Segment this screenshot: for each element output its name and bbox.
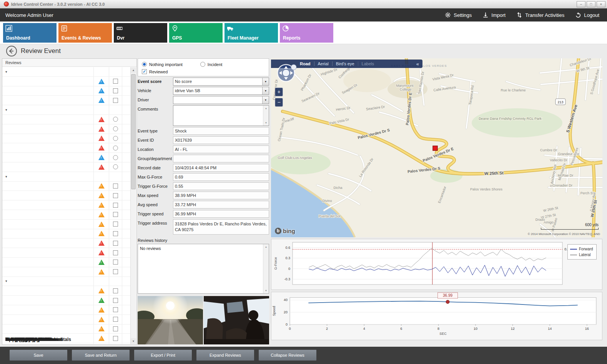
checkbox-control[interactable] bbox=[113, 298, 118, 303]
nothing-important-radio[interactable] bbox=[142, 62, 147, 67]
zoom-out-button[interactable]: − bbox=[275, 98, 283, 107]
transfer-activities-action[interactable]: Transfer Activities bbox=[516, 12, 564, 18]
radio-control[interactable] bbox=[113, 164, 118, 169]
comments-scrollbar[interactable]: ▲▼ bbox=[263, 106, 269, 126]
tree-group-row[interactable]: ▾Risky Actions - Fundamentals bbox=[2, 172, 130, 182]
tree-item-row[interactable]: Following Too Close! bbox=[2, 182, 130, 191]
tree-item-row[interactable]: Poor Lane Selection! bbox=[2, 220, 130, 229]
tree-item-row[interactable]: Failed to Keep an Out! bbox=[2, 210, 130, 220]
checkbox-control[interactable] bbox=[113, 317, 118, 322]
collapse-chevron-icon[interactable]: ▾ bbox=[5, 175, 12, 179]
tree-item-row[interactable]: Poor Road Condition! bbox=[2, 86, 130, 96]
comments-textarea[interactable]: ▲▼ bbox=[173, 105, 269, 126]
map-menu-collapse-button[interactable]: « bbox=[413, 61, 422, 67]
checkbox-control[interactable] bbox=[113, 307, 118, 312]
logout-action[interactable]: Logout bbox=[575, 12, 599, 18]
driver-select[interactable]: ▾ bbox=[173, 96, 269, 104]
tree-item-row[interactable]: Driver Unbelted! bbox=[2, 286, 130, 296]
trigger-speed-field[interactable]: 36.99 MPH bbox=[173, 210, 269, 218]
scroll-down-icon[interactable]: ▼ bbox=[131, 338, 136, 344]
tree-group-row[interactable]: ▾Adverse Conditions bbox=[2, 67, 130, 77]
tab-reports[interactable]: Reports bbox=[280, 23, 333, 43]
tree-group-row[interactable]: ▾Risky and Other Actions bbox=[2, 277, 130, 286]
radio-control[interactable] bbox=[113, 117, 118, 122]
radio-control[interactable] bbox=[113, 136, 118, 141]
checkbox-control[interactable] bbox=[113, 260, 118, 265]
tree-item-row[interactable]: Passenger(s) Unbelted! bbox=[2, 296, 130, 305]
dropdown-arrow-icon[interactable]: ▾ bbox=[262, 78, 269, 85]
radio-control[interactable] bbox=[113, 126, 118, 131]
tree-item-row[interactable]: ! bbox=[2, 343, 130, 344]
trigger-g-force-field[interactable]: 0.55 bbox=[173, 182, 269, 190]
group-department-field[interactable] bbox=[173, 155, 269, 162]
map-compass-control[interactable] bbox=[276, 62, 298, 84]
zoom-in-button[interactable]: + bbox=[275, 88, 283, 96]
max-speed-field[interactable]: 38.99 MPH bbox=[173, 192, 269, 199]
road-camera-still[interactable] bbox=[138, 296, 203, 344]
map[interactable]: EAST RANCHO PALOS VERDESMarymountCollege… bbox=[271, 58, 602, 237]
checkbox-control[interactable] bbox=[113, 212, 118, 217]
map-view-aerial[interactable]: Aerial bbox=[314, 61, 332, 66]
tab-dashboard[interactable]: Dashboard bbox=[3, 23, 57, 43]
collapse-chevron-icon[interactable]: ▾ bbox=[5, 108, 12, 112]
checkbox-control[interactable] bbox=[113, 288, 118, 293]
map-view-birdseye[interactable]: Bird's eye bbox=[332, 61, 358, 66]
checkbox-control[interactable] bbox=[113, 193, 118, 198]
checkbox-control[interactable] bbox=[113, 79, 118, 84]
tree-group-row[interactable]: ▾Event Trigger bbox=[2, 105, 130, 115]
collapse-chevron-icon[interactable]: ▾ bbox=[5, 279, 12, 283]
tree-item-row[interactable]: Hard Braking! bbox=[2, 124, 130, 134]
checkbox-control[interactable] bbox=[113, 222, 118, 227]
radio-control[interactable] bbox=[113, 155, 118, 160]
map-view-road[interactable]: Road bbox=[296, 61, 314, 66]
record-date-field[interactable]: 10/4/2014 4:48:54 PM bbox=[173, 164, 269, 172]
checkbox-control[interactable] bbox=[113, 241, 118, 246]
collapse-reviews-button[interactable]: Collapse Reviews bbox=[259, 350, 316, 361]
avg-speed-field[interactable]: 33.72 MPH bbox=[173, 201, 269, 208]
tab-fleet[interactable]: Fleet Manager bbox=[225, 23, 278, 43]
dropdown-arrow-icon[interactable]: ▾ bbox=[262, 96, 269, 104]
trigger-address-field[interactable]: 31828 Palos Verdes Dr E, Rancho Palos Ve… bbox=[173, 219, 269, 235]
minimize-button[interactable]: – bbox=[577, 1, 585, 7]
tree-item-row[interactable]: Back/Driver Lens Covered! bbox=[2, 315, 130, 324]
tree-item-row[interactable]: Incomplete Stop! bbox=[2, 238, 130, 248]
import-action[interactable]: Import bbox=[482, 12, 506, 18]
event-location-marker[interactable] bbox=[433, 146, 437, 151]
max-g-force-field[interactable]: 0.69 bbox=[173, 173, 269, 181]
checkbox-control[interactable] bbox=[113, 88, 118, 93]
tree-item-row[interactable]: Front/Road Lens Covered! bbox=[2, 305, 130, 315]
incident-radio[interactable] bbox=[200, 62, 205, 67]
tree-item-row[interactable]: Yellow Light! bbox=[2, 258, 130, 267]
export-print-button[interactable]: Export / Print bbox=[134, 350, 192, 361]
event-id-field[interactable]: X017639 bbox=[173, 136, 269, 144]
driver-camera-still[interactable] bbox=[204, 296, 269, 344]
checkbox-control[interactable] bbox=[113, 326, 118, 331]
back-button[interactable] bbox=[6, 46, 17, 56]
tree-item-row[interactable]: Slapping the camera!! bbox=[2, 162, 130, 172]
save-button[interactable]: Save bbox=[10, 350, 67, 361]
tree-item-row[interactable]: Unsafe Speed! bbox=[2, 200, 130, 210]
collapse-chevron-icon[interactable]: ▾ bbox=[5, 70, 12, 74]
checkbox-control[interactable] bbox=[113, 184, 118, 189]
checkbox-control[interactable] bbox=[113, 231, 118, 236]
radio-control[interactable] bbox=[113, 146, 118, 151]
save-and-return-button[interactable]: Save and Return bbox=[72, 350, 130, 361]
tree-item-row[interactable]: Collision! bbox=[2, 143, 130, 153]
maximize-button[interactable]: □ bbox=[587, 1, 595, 7]
checkbox-control[interactable] bbox=[113, 269, 118, 274]
checkbox-control[interactable] bbox=[113, 98, 118, 103]
settings-action[interactable]: Settings bbox=[445, 12, 472, 18]
dropdown-arrow-icon[interactable]: ▾ bbox=[262, 87, 269, 94]
location-field[interactable]: AI - FL bbox=[173, 146, 269, 153]
tree-item-row[interactable]: Hard Cornering! bbox=[2, 115, 130, 124]
checkbox-control[interactable] bbox=[113, 336, 118, 341]
scroll-up-icon[interactable]: ▲ bbox=[131, 67, 136, 73]
reviewed-checkbox[interactable] bbox=[142, 69, 147, 74]
expand-reviews-button[interactable]: Expand Reviews bbox=[196, 350, 254, 361]
vehicle-select[interactable]: idrive Van SB▾ bbox=[173, 87, 269, 95]
event-score-select[interactable]: No score▾ bbox=[173, 78, 269, 86]
tree-item-row[interactable]: Driver Smoking! bbox=[2, 324, 130, 334]
tree-item-row[interactable]: Traffic Violation! bbox=[2, 191, 130, 200]
tree-item-row[interactable]: Too Fast For Conditions! bbox=[2, 267, 130, 277]
tree-item-row[interactable]: Poor Visibility! bbox=[2, 77, 130, 86]
